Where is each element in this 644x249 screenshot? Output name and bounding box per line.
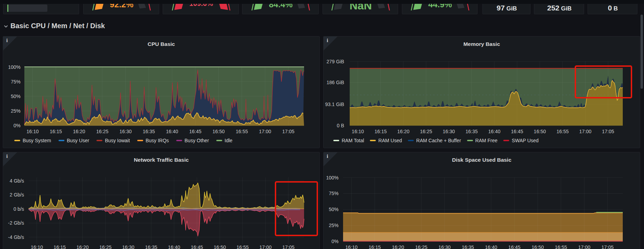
svg-text:0 B: 0 B: [608, 4, 618, 12]
svg-text:92.2%: 92.2%: [110, 4, 133, 9]
svg-text:84.4%: 84.4%: [269, 4, 293, 9]
svg-text:109.6%: 109.6%: [189, 4, 213, 7]
svg-text:NaN: NaN: [349, 4, 372, 12]
svg-text:97 GiB: 97 GiB: [497, 4, 517, 12]
svg-text:44.9%: 44.9%: [428, 4, 452, 9]
svg-text:252 GiB: 252 GiB: [547, 4, 572, 12]
